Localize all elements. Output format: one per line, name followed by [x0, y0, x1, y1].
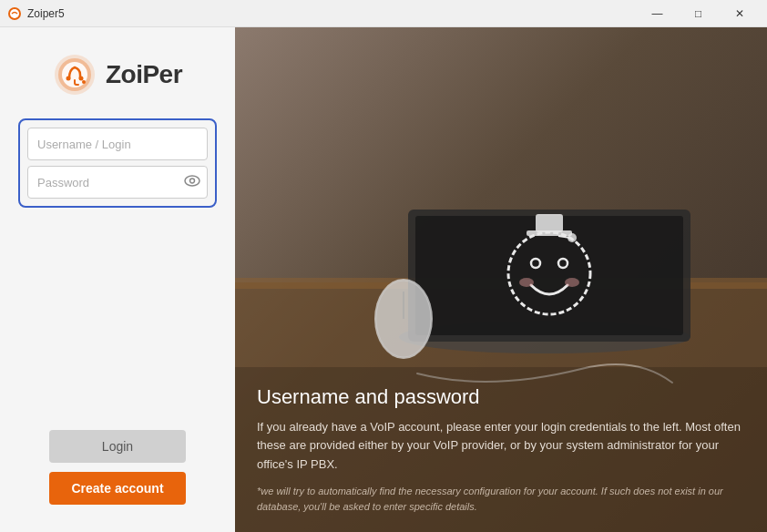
svg-point-8: [185, 176, 199, 186]
right-panel-description: If you already have a VoIP account, plea…: [257, 418, 745, 475]
logo-area: ZoiPer: [0, 27, 235, 118]
svg-point-6: [78, 77, 83, 81]
credential-input-section: [18, 118, 217, 208]
logo-text: ZoiPer: [106, 60, 182, 89]
title-bar-controls: — □ ✕: [637, 0, 760, 27]
minimize-button[interactable]: —: [637, 0, 678, 27]
zoiper-logo-icon: [53, 53, 97, 97]
title-bar: Zoiper5 — □ ✕: [0, 0, 767, 27]
right-content: Username and password If you already hav…: [235, 367, 767, 532]
svg-point-5: [66, 77, 70, 81]
password-input[interactable]: [27, 166, 208, 199]
svg-point-26: [565, 278, 579, 287]
buttons-area: Login Create account: [0, 430, 235, 532]
main-container: ZoiPer Login Create account: [0, 27, 767, 532]
title-bar-left: Zoiper5: [7, 6, 65, 21]
username-wrapper: [27, 128, 208, 160]
svg-point-1: [10, 9, 19, 18]
svg-rect-22: [536, 214, 563, 232]
right-panel-footnote: *we will try to automatically find the n…: [257, 484, 745, 514]
close-button[interactable]: ✕: [719, 0, 760, 27]
login-button[interactable]: Login: [49, 430, 186, 463]
maximize-button[interactable]: □: [678, 0, 719, 27]
app-title: Zoiper5: [27, 7, 65, 20]
right-panel-title: Username and password: [257, 385, 745, 409]
right-panel: Username and password If you already hav…: [235, 27, 767, 532]
svg-point-25: [519, 278, 534, 287]
password-wrapper: [27, 166, 208, 199]
app-icon: [7, 6, 22, 21]
svg-point-9: [190, 179, 195, 183]
show-password-icon[interactable]: [184, 175, 200, 190]
username-input[interactable]: [27, 128, 208, 160]
create-account-button[interactable]: Create account: [49, 472, 186, 505]
svg-point-7: [82, 80, 86, 84]
left-panel: ZoiPer Login Create account: [0, 27, 235, 532]
